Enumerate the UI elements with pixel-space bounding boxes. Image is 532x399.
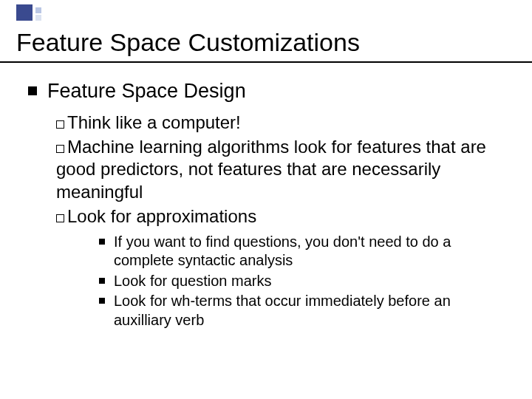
section-heading: Feature Space Design bbox=[28, 80, 510, 103]
bullet-text: Look for approximations bbox=[67, 206, 256, 226]
sub-bullet-point: Look for question marks bbox=[99, 272, 510, 291]
corner-decoration bbox=[0, 0, 66, 30]
bullet-point: Look for approximations bbox=[56, 205, 510, 228]
title-underline bbox=[0, 61, 532, 63]
section-text: Feature Space Design bbox=[47, 80, 246, 103]
bullet-text: Think like a computer! bbox=[67, 112, 241, 132]
sub-bullet-text: Look for question marks bbox=[114, 272, 271, 291]
bullet-text: Machine learning algorithms look for fea… bbox=[56, 137, 486, 202]
bullet-point: Think like a computer! bbox=[56, 112, 510, 134]
sub-bullet-point: If you want to find questions, you don't… bbox=[99, 233, 510, 270]
hollow-square-icon bbox=[56, 120, 64, 129]
sub-bullet-point: Look for wh-terms that occur immediately… bbox=[99, 292, 510, 330]
sub-bullet-text: Look for wh-terms that occur immediately… bbox=[114, 292, 510, 330]
slide-content: Feature Space Design Think like a comput… bbox=[28, 80, 510, 332]
small-square-bullet-icon bbox=[99, 298, 105, 304]
square-bullet-icon bbox=[28, 86, 37, 95]
hollow-square-icon bbox=[56, 145, 64, 153]
small-square-bullet-icon bbox=[99, 278, 105, 284]
hollow-square-icon bbox=[56, 214, 64, 222]
sub-bullet-text: If you want to find questions, you don't… bbox=[114, 233, 510, 270]
small-square-bullet-icon bbox=[99, 239, 105, 245]
bullet-point: Machine learning algorithms look for fea… bbox=[56, 136, 510, 204]
slide-title: Feature Space Customizations bbox=[16, 28, 360, 57]
